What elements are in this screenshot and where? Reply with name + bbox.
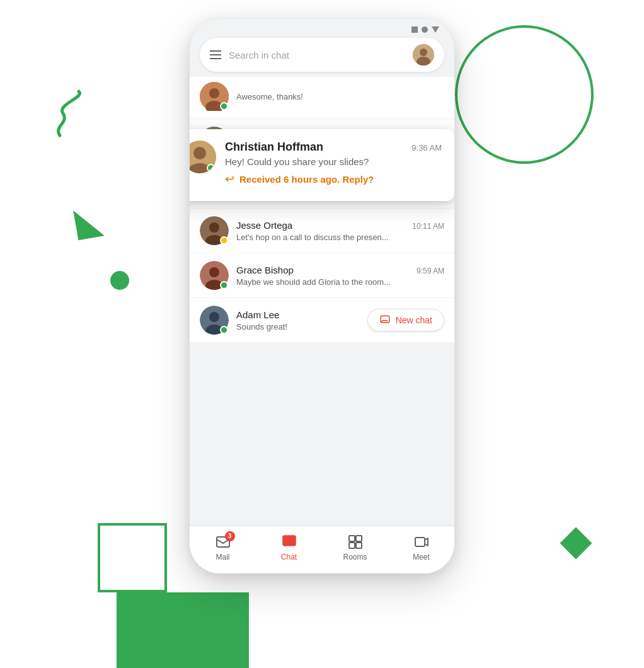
- bottom-nav: 3 Mail Chat: [190, 526, 454, 573]
- deco-square-outline: [98, 523, 167, 592]
- chat-label: Chat: [281, 553, 297, 561]
- battery-icon: [432, 26, 439, 33]
- mail-label: Mail: [216, 553, 229, 561]
- chat-content: Jesse Ortega 10:11 AM Let's hop on a cal…: [236, 220, 444, 242]
- mail-badge: 3: [225, 531, 235, 541]
- rooms-icon: [347, 534, 364, 550]
- svg-rect-32: [415, 538, 425, 546]
- avatar-wrap: [200, 216, 229, 245]
- online-indicator: [220, 102, 228, 110]
- svg-point-19: [209, 267, 219, 277]
- message-time: 9:59 AM: [417, 267, 444, 275]
- svg-rect-30: [349, 543, 355, 548]
- avatar-wrap: [200, 82, 229, 111]
- notif-name-row: Christian Hoffman 9:36 AM: [225, 141, 442, 154]
- svg-point-4: [193, 147, 206, 159]
- online-indicator: [207, 164, 215, 172]
- nav-item-chat[interactable]: Chat: [256, 526, 322, 568]
- chat-message: Awesome, thanks!: [236, 92, 444, 101]
- status-bar: [190, 19, 454, 38]
- deco-diamond: [560, 527, 592, 560]
- avatar-wrap: [200, 261, 229, 290]
- meet-icon: [413, 534, 430, 550]
- menu-icon[interactable]: [210, 50, 221, 59]
- notif-name: Christian Hoffman: [225, 141, 323, 154]
- deco-dot: [110, 271, 129, 290]
- notif-avatar: [190, 141, 216, 173]
- new-chat-label: New chat: [396, 315, 432, 325]
- chat-content: Awesome, thanks!: [236, 92, 444, 101]
- meet-label: Meet: [413, 553, 430, 561]
- away-indicator: [220, 236, 228, 245]
- chat-content: Grace Bishop 9:59 AM Maybe we should add…: [236, 265, 444, 287]
- deco-green-rect: [117, 592, 249, 668]
- notif-header: Christian Hoffman 9:36 AM Hey! Could you…: [190, 141, 442, 186]
- reply-arrow-icon: ↩: [225, 172, 234, 186]
- svg-rect-28: [349, 536, 355, 541]
- nav-item-meet[interactable]: Meet: [388, 526, 454, 568]
- chat-list: Awesome, thanks! Edward Wang 1:23 PM: [190, 77, 454, 343]
- mail-icon: 3: [215, 534, 231, 550]
- deco-circle: [455, 25, 594, 164]
- svg-rect-31: [356, 543, 362, 548]
- new-chat-button[interactable]: New chat: [367, 309, 444, 331]
- search-placeholder: Search in chat: [229, 50, 405, 60]
- chat-message: Let's hop on a call to discuss the prese…: [236, 233, 444, 242]
- signal-icon: [411, 26, 418, 33]
- notification-popup: Christian Hoffman 9:36 AM Hey! Could you…: [190, 129, 454, 201]
- list-item[interactable]: Jesse Ortega 10:11 AM Let's hop on a cal…: [190, 209, 454, 253]
- svg-point-22: [209, 312, 219, 322]
- phone-device: Search in chat Christian Hoffman: [190, 19, 454, 573]
- notif-time: 9:36 AM: [411, 143, 442, 153]
- svg-point-1: [420, 49, 427, 56]
- chat-icon: [281, 534, 297, 550]
- list-item[interactable]: Awesome, thanks!: [190, 77, 454, 119]
- notif-message: Hey! Could you share your slides?: [225, 156, 442, 167]
- search-bar[interactable]: Search in chat: [200, 38, 444, 72]
- list-item[interactable]: Adam Lee Sounds great! New chat: [190, 298, 454, 343]
- wifi-icon: [422, 26, 428, 33]
- svg-rect-29: [356, 536, 362, 541]
- chat-message: Maybe we should add Gloria to the room..…: [236, 277, 444, 287]
- message-time: 10:11 AM: [412, 222, 444, 231]
- contact-name: Adam Lee: [236, 309, 279, 320]
- deco-triangle: [73, 206, 105, 241]
- contact-name: Jesse Ortega: [236, 220, 292, 231]
- avatar[interactable]: [413, 44, 434, 66]
- nav-item-rooms[interactable]: Rooms: [322, 526, 388, 568]
- nav-item-mail[interactable]: 3 Mail: [190, 526, 256, 568]
- online-indicator: [220, 326, 228, 334]
- avatar-wrap: [200, 306, 229, 335]
- rooms-label: Rooms: [343, 553, 367, 561]
- svg-point-16: [209, 222, 219, 233]
- contact-name: Grace Bishop: [236, 265, 294, 275]
- chat-header: Grace Bishop 9:59 AM: [236, 265, 444, 275]
- chat-header: Jesse Ortega 10:11 AM: [236, 220, 444, 231]
- notif-info: Christian Hoffman 9:36 AM Hey! Could you…: [225, 141, 442, 186]
- online-indicator: [220, 281, 228, 289]
- list-item[interactable]: Grace Bishop 9:59 AM Maybe we should add…: [190, 253, 454, 298]
- svg-point-7: [209, 88, 219, 98]
- deco-squiggle: [50, 88, 88, 145]
- notif-reply-row[interactable]: ↩ Received 6 hours ago. Reply?: [225, 172, 442, 186]
- notif-reply-text[interactable]: Received 6 hours ago. Reply?: [239, 174, 374, 185]
